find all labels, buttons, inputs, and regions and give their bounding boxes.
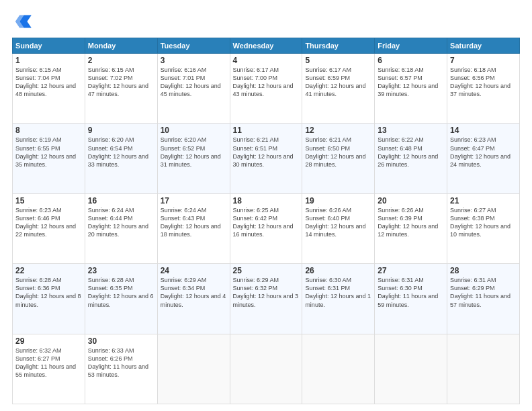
calendar-week-row: 8 Sunrise: 6:19 AM Sunset: 6:55 PM Dayli…	[13, 124, 520, 193]
calendar-day-header: Friday	[375, 38, 447, 54]
calendar-cell: 18 Sunrise: 6:25 AM Sunset: 6:42 PM Dayl…	[230, 193, 302, 263]
calendar-cell: 12 Sunrise: 6:21 AM Sunset: 6:50 PM Dayl…	[302, 124, 375, 193]
calendar-cell: 20 Sunrise: 6:26 AM Sunset: 6:39 PM Dayl…	[375, 193, 447, 263]
day-detail: Sunrise: 6:24 AM Sunset: 6:43 PM Dayligh…	[161, 206, 227, 239]
day-detail: Sunrise: 6:32 AM Sunset: 6:27 PM Dayligh…	[15, 347, 82, 379]
day-detail: Sunrise: 6:28 AM Sunset: 6:36 PM Dayligh…	[15, 276, 82, 309]
day-number: 18	[233, 196, 300, 205]
day-detail: Sunrise: 6:21 AM Sunset: 6:51 PM Dayligh…	[233, 136, 300, 169]
day-number: 16	[88, 196, 154, 205]
day-detail: Sunrise: 6:15 AM Sunset: 7:04 PM Dayligh…	[15, 66, 82, 99]
day-number: 13	[378, 126, 444, 135]
calendar-cell: 5 Sunrise: 6:17 AM Sunset: 6:59 PM Dayli…	[302, 54, 375, 124]
calendar-header-row: SundayMondayTuesdayWednesdayThursdayFrid…	[13, 38, 520, 54]
calendar-day-header: Sunday	[13, 38, 85, 54]
calendar-cell: 8 Sunrise: 6:19 AM Sunset: 6:55 PM Dayli…	[13, 124, 85, 193]
day-number: 8	[15, 126, 82, 135]
calendar-cell: 6 Sunrise: 6:18 AM Sunset: 6:57 PM Dayli…	[375, 54, 447, 124]
day-detail: Sunrise: 6:26 AM Sunset: 6:40 PM Dayligh…	[305, 206, 371, 239]
day-number: 30	[88, 336, 154, 346]
calendar-cell: 11 Sunrise: 6:21 AM Sunset: 6:51 PM Dayl…	[230, 124, 302, 193]
day-number: 27	[378, 266, 444, 275]
day-detail: Sunrise: 6:18 AM Sunset: 6:57 PM Dayligh…	[378, 66, 444, 99]
day-detail: Sunrise: 6:28 AM Sunset: 6:35 PM Dayligh…	[88, 276, 154, 309]
calendar-day-header: Monday	[85, 38, 157, 54]
day-detail: Sunrise: 6:21 AM Sunset: 6:50 PM Dayligh…	[305, 136, 371, 169]
header	[12, 11, 520, 32]
calendar-cell: 4 Sunrise: 6:17 AM Sunset: 7:00 PM Dayli…	[230, 54, 302, 124]
day-detail: Sunrise: 6:26 AM Sunset: 6:39 PM Dayligh…	[378, 206, 444, 239]
day-detail: Sunrise: 6:33 AM Sunset: 6:26 PM Dayligh…	[88, 347, 154, 379]
calendar-day-header: Wednesday	[230, 38, 302, 54]
calendar-cell: 2 Sunrise: 6:15 AM Sunset: 7:02 PM Dayli…	[85, 54, 157, 124]
day-detail: Sunrise: 6:23 AM Sunset: 6:46 PM Dayligh…	[15, 206, 82, 239]
day-number: 24	[161, 266, 227, 275]
logo	[12, 11, 36, 32]
day-detail: Sunrise: 6:24 AM Sunset: 6:44 PM Dayligh…	[88, 206, 154, 239]
day-detail: Sunrise: 6:29 AM Sunset: 6:34 PM Dayligh…	[161, 276, 227, 309]
day-number: 5	[305, 56, 371, 65]
day-number: 11	[233, 126, 300, 135]
day-detail: Sunrise: 6:19 AM Sunset: 6:55 PM Dayligh…	[15, 136, 82, 169]
calendar-cell: 21 Sunrise: 6:27 AM Sunset: 6:38 PM Dayl…	[447, 193, 520, 263]
calendar-cell: 29 Sunrise: 6:32 AM Sunset: 6:27 PM Dayl…	[13, 334, 85, 404]
calendar-week-row: 1 Sunrise: 6:15 AM Sunset: 7:04 PM Dayli…	[13, 54, 520, 124]
day-detail: Sunrise: 6:18 AM Sunset: 6:56 PM Dayligh…	[450, 66, 517, 99]
day-detail: Sunrise: 6:30 AM Sunset: 6:31 PM Dayligh…	[305, 276, 371, 309]
day-detail: Sunrise: 6:20 AM Sunset: 6:52 PM Dayligh…	[161, 136, 227, 169]
calendar-cell: 19 Sunrise: 6:26 AM Sunset: 6:40 PM Dayl…	[302, 193, 375, 263]
day-detail: Sunrise: 6:25 AM Sunset: 6:42 PM Dayligh…	[233, 206, 300, 239]
day-number: 12	[305, 126, 371, 135]
calendar-cell: 14 Sunrise: 6:23 AM Sunset: 6:47 PM Dayl…	[447, 124, 520, 193]
day-number: 3	[161, 56, 227, 65]
calendar-cell: 3 Sunrise: 6:16 AM Sunset: 7:01 PM Dayli…	[157, 54, 230, 124]
calendar-day-header: Tuesday	[157, 38, 230, 54]
calendar-cell: 15 Sunrise: 6:23 AM Sunset: 6:46 PM Dayl…	[13, 193, 85, 263]
calendar-cell: 24 Sunrise: 6:29 AM Sunset: 6:34 PM Dayl…	[157, 264, 230, 334]
day-number: 19	[305, 196, 371, 205]
day-detail: Sunrise: 6:23 AM Sunset: 6:47 PM Dayligh…	[450, 136, 517, 169]
calendar-cell	[447, 334, 520, 404]
calendar-cell: 26 Sunrise: 6:30 AM Sunset: 6:31 PM Dayl…	[302, 264, 375, 334]
day-number: 15	[15, 196, 82, 205]
day-number: 28	[450, 266, 517, 275]
day-number: 10	[161, 126, 227, 135]
calendar-table: SundayMondayTuesdayWednesdayThursdayFrid…	[12, 38, 520, 404]
day-number: 2	[88, 56, 154, 65]
day-detail: Sunrise: 6:22 AM Sunset: 6:48 PM Dayligh…	[378, 136, 444, 169]
calendar-cell: 9 Sunrise: 6:20 AM Sunset: 6:54 PM Dayli…	[85, 124, 157, 193]
logo-icon	[12, 11, 34, 32]
day-detail: Sunrise: 6:31 AM Sunset: 6:29 PM Dayligh…	[450, 276, 517, 309]
calendar-cell: 30 Sunrise: 6:33 AM Sunset: 6:26 PM Dayl…	[85, 334, 157, 404]
day-number: 4	[233, 56, 300, 65]
page: SundayMondayTuesdayWednesdayThursdayFrid…	[0, 0, 532, 411]
calendar-week-row: 29 Sunrise: 6:32 AM Sunset: 6:27 PM Dayl…	[13, 334, 520, 404]
calendar-cell: 16 Sunrise: 6:24 AM Sunset: 6:44 PM Dayl…	[85, 193, 157, 263]
day-number: 6	[378, 56, 444, 65]
calendar-cell: 23 Sunrise: 6:28 AM Sunset: 6:35 PM Dayl…	[85, 264, 157, 334]
calendar-cell: 22 Sunrise: 6:28 AM Sunset: 6:36 PM Dayl…	[13, 264, 85, 334]
day-detail: Sunrise: 6:16 AM Sunset: 7:01 PM Dayligh…	[161, 66, 227, 99]
calendar-cell: 27 Sunrise: 6:31 AM Sunset: 6:30 PM Dayl…	[375, 264, 447, 334]
calendar-cell	[302, 334, 375, 404]
calendar-cell: 28 Sunrise: 6:31 AM Sunset: 6:29 PM Dayl…	[447, 264, 520, 334]
day-number: 7	[450, 56, 517, 65]
day-detail: Sunrise: 6:15 AM Sunset: 7:02 PM Dayligh…	[88, 66, 154, 99]
day-number: 26	[305, 266, 371, 275]
calendar-cell: 1 Sunrise: 6:15 AM Sunset: 7:04 PM Dayli…	[13, 54, 85, 124]
day-detail: Sunrise: 6:17 AM Sunset: 6:59 PM Dayligh…	[305, 66, 371, 99]
calendar-cell: 25 Sunrise: 6:29 AM Sunset: 6:32 PM Dayl…	[230, 264, 302, 334]
day-detail: Sunrise: 6:17 AM Sunset: 7:00 PM Dayligh…	[233, 66, 300, 99]
day-number: 22	[15, 266, 82, 275]
calendar-week-row: 15 Sunrise: 6:23 AM Sunset: 6:46 PM Dayl…	[13, 193, 520, 263]
day-detail: Sunrise: 6:31 AM Sunset: 6:30 PM Dayligh…	[378, 276, 444, 309]
day-detail: Sunrise: 6:29 AM Sunset: 6:32 PM Dayligh…	[233, 276, 300, 309]
day-number: 20	[378, 196, 444, 205]
calendar-cell	[230, 334, 302, 404]
day-number: 17	[161, 196, 227, 205]
day-number: 23	[88, 266, 154, 275]
calendar-day-header: Thursday	[302, 38, 375, 54]
calendar-cell: 7 Sunrise: 6:18 AM Sunset: 6:56 PM Dayli…	[447, 54, 520, 124]
day-number: 29	[15, 336, 82, 346]
day-number: 9	[88, 126, 154, 135]
